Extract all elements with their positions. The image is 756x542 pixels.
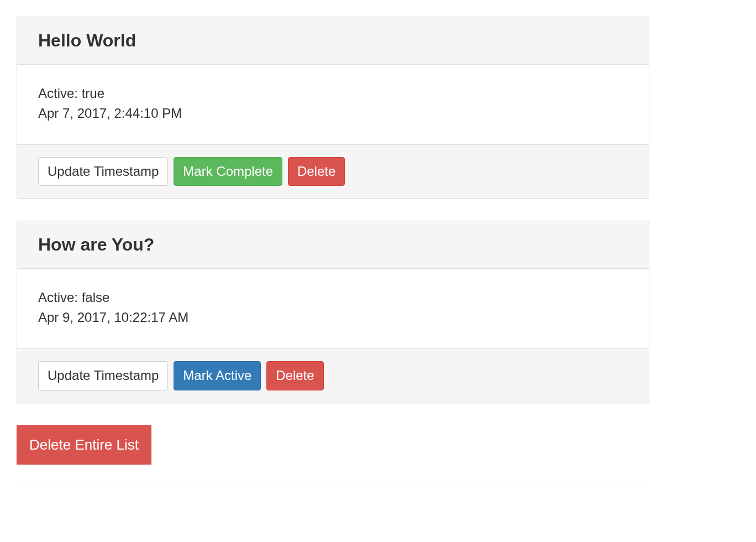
mark-active-button[interactable]: Mark Active [174,361,261,390]
active-value: false [82,290,110,305]
item-heading: Hello World [17,17,649,65]
item-title: Hello World [38,30,628,51]
item-footer: Update Timestamp Mark Complete Delete [17,144,649,198]
list-item: How are You? Active: false Apr 9, 2017, … [17,221,649,403]
active-value: true [82,86,104,101]
item-timestamp: Apr 7, 2017, 2:44:10 PM [38,103,628,123]
item-active-line: Active: false [38,288,628,308]
item-heading: How are You? [17,221,649,269]
update-timestamp-button[interactable]: Update Timestamp [38,361,168,390]
mark-complete-button[interactable]: Mark Complete [174,157,282,186]
active-prefix: Active: [38,86,82,101]
item-body: Active: false Apr 9, 2017, 10:22:17 AM [17,269,649,348]
list-container: Hello World Active: true Apr 7, 2017, 2:… [17,17,649,487]
delete-button[interactable]: Delete [288,157,345,186]
delete-entire-list-button[interactable]: Delete Entire List [17,425,151,465]
item-footer: Update Timestamp Mark Active Delete [17,348,649,402]
item-active-line: Active: true [38,84,628,103]
delete-button[interactable]: Delete [266,361,323,390]
divider [17,487,649,487]
item-title: How are You? [38,234,628,255]
update-timestamp-button[interactable]: Update Timestamp [38,157,168,186]
list-item: Hello World Active: true Apr 7, 2017, 2:… [17,17,649,199]
item-timestamp: Apr 9, 2017, 10:22:17 AM [38,308,628,327]
item-body: Active: true Apr 7, 2017, 2:44:10 PM [17,65,649,144]
active-prefix: Active: [38,290,82,305]
